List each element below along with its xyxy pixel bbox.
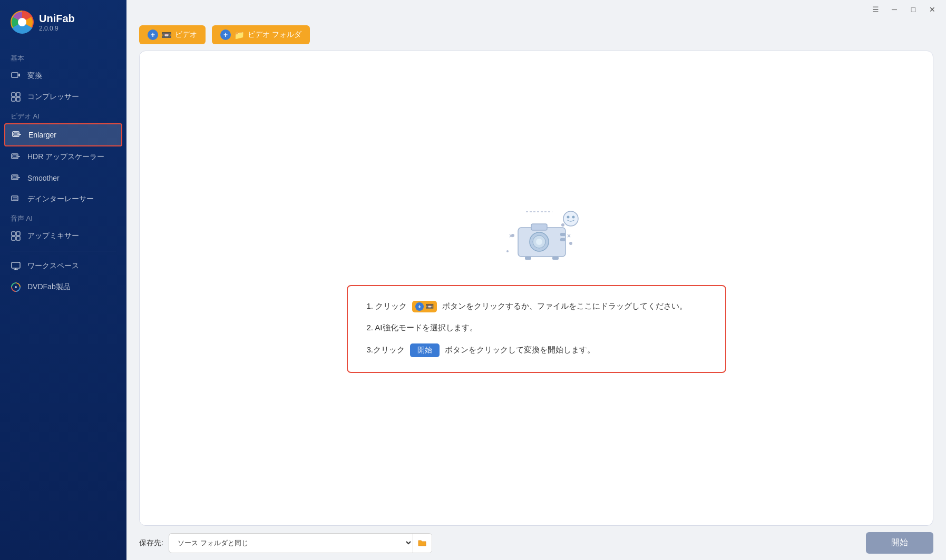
deinterlacer-icon — [11, 194, 21, 204]
svg-rect-12 — [13, 155, 17, 158]
sidebar-divider — [11, 251, 116, 251]
illustration: × × — [479, 204, 594, 272]
start-badge: 開始 — [410, 343, 440, 357]
svg-rect-39 — [560, 233, 565, 236]
sidebar-item-smoother[interactable]: Smoother — [0, 168, 126, 189]
svg-text:×: × — [567, 232, 571, 240]
convert-icon — [11, 71, 21, 81]
mini-add-button: + 📼 — [412, 301, 437, 312]
section-voiceai-label: 音声 AI — [0, 210, 126, 225]
smoother-icon — [11, 173, 21, 183]
svg-rect-38 — [531, 224, 547, 230]
sidebar-item-convert[interactable]: 変換 — [0, 65, 126, 86]
add-video-label: ビデオ — [175, 30, 197, 40]
sidebar-item-upmixer[interactable]: アップミキサー — [0, 225, 126, 247]
svg-point-44 — [567, 215, 569, 218]
compressor-icon — [11, 92, 21, 102]
main-content: + 📼 ビデオ + 📁 ビデオ フォルダ — [126, 0, 946, 560]
sidebar-item-label-enlarger: Enlarger — [28, 131, 56, 139]
add-video-plus-icon: + — [148, 30, 158, 40]
svg-point-1 — [18, 18, 26, 26]
drop-area[interactable]: × × 1. クリック + 📼 ボタンをクリックするか、ファイルをここにドラッグ… — [139, 51, 933, 526]
sidebar-item-workspace[interactable]: ワークスペース — [0, 256, 126, 277]
sidebar-item-label-compressor: コンプレッサー — [27, 92, 79, 102]
sidebar-item-compressor[interactable]: コンプレッサー — [0, 86, 126, 107]
step3-prefix: 3.クリック — [367, 345, 405, 355]
instruction-step2: 2. AI強化モードを選択します。 — [367, 323, 706, 333]
close-button[interactable]: ✕ — [925, 2, 940, 17]
mini-tape-icon: 📼 — [425, 302, 434, 310]
svg-rect-22 — [12, 237, 15, 240]
instruction-step3: 3.クリック 開始 ボタンをクリックして変換を開始します。 — [367, 343, 706, 357]
workspace-icon — [11, 261, 21, 271]
app-version: 2.0.0.9 — [39, 25, 75, 32]
svg-point-37 — [536, 239, 542, 245]
app-logo: UniFab 2.0.0.9 — [0, 11, 126, 50]
svg-rect-17 — [12, 196, 18, 201]
svg-rect-21 — [16, 232, 20, 235]
save-label: 保存先: — [139, 538, 163, 548]
app-name: UniFab — [39, 13, 75, 25]
save-path-selector[interactable]: ソース フォルダと同じ — [169, 533, 432, 553]
svg-text:×: × — [509, 232, 513, 240]
svg-rect-9 — [14, 133, 18, 135]
svg-point-43 — [563, 211, 578, 226]
svg-rect-23 — [16, 237, 20, 240]
menu-button[interactable]: ☰ — [868, 2, 883, 17]
svg-point-45 — [572, 215, 574, 218]
svg-point-32 — [569, 242, 572, 245]
dvdfab-icon — [11, 282, 21, 292]
svg-rect-6 — [12, 97, 15, 101]
svg-rect-2 — [12, 73, 18, 77]
bottom-bar: 保存先: ソース フォルダと同じ 開始 — [126, 526, 946, 560]
sidebar-item-hdr[interactable]: HDR アップスケーラー — [0, 146, 126, 168]
app-name-version: UniFab 2.0.0.9 — [39, 13, 75, 32]
sidebar-item-label-hdr: HDR アップスケーラー — [27, 152, 104, 162]
sidebar: UniFab 2.0.0.9 基本 変換 コンプレッサー ビデオ AI — [0, 0, 126, 560]
minimize-button[interactable]: ─ — [887, 2, 902, 17]
start-button[interactable]: 開始 — [866, 532, 933, 554]
step1-suffix: ボタンをクリックするか、ファイルをここにドラッグしてください。 — [442, 301, 687, 311]
add-folder-plus-icon: + — [220, 30, 231, 40]
svg-rect-42 — [552, 257, 559, 260]
sidebar-item-label-smoother: Smoother — [27, 174, 60, 182]
logo-icon — [11, 11, 34, 34]
browse-folder-button[interactable] — [413, 534, 432, 553]
sidebar-item-label-dvdfab: DVDFab製品 — [27, 282, 71, 292]
instructions-box: 1. クリック + 📼 ボタンをクリックするか、ファイルをここにドラッグしてくだ… — [347, 285, 726, 373]
add-folder-button[interactable]: + 📁 ビデオ フォルダ — [212, 25, 310, 44]
svg-point-28 — [15, 286, 17, 288]
upmixer-icon — [11, 231, 21, 241]
svg-rect-7 — [16, 97, 20, 101]
add-folder-label: ビデオ フォルダ — [248, 30, 301, 40]
sidebar-item-enlarger[interactable]: Enlarger — [4, 123, 122, 146]
svg-rect-24 — [12, 262, 20, 268]
svg-rect-20 — [12, 232, 15, 235]
add-video-button[interactable]: + 📼 ビデオ — [139, 25, 206, 44]
step1-prefix: 1. クリック — [367, 301, 407, 311]
maximize-button[interactable]: □ — [906, 2, 921, 17]
enlarger-icon — [12, 130, 22, 140]
svg-rect-5 — [16, 93, 20, 96]
mini-plus-icon: + — [415, 302, 424, 311]
svg-point-31 — [561, 223, 564, 227]
folder-icon: 📁 — [234, 30, 245, 40]
sidebar-item-label-upmixer: アップミキサー — [27, 231, 79, 241]
video-tape-icon: 📼 — [161, 30, 172, 40]
titlebar: ☰ ─ □ ✕ — [126, 0, 946, 19]
sidebar-item-label-deinterlacer: デインターレーサー — [27, 194, 94, 204]
instruction-step1: 1. クリック + 📼 ボタンをクリックするか、ファイルをここにドラッグしてくだ… — [367, 301, 706, 312]
sidebar-item-dvdfab[interactable]: DVDFab製品 — [0, 277, 126, 298]
hdr-icon — [11, 152, 21, 162]
svg-point-33 — [506, 250, 509, 252]
svg-rect-15 — [13, 176, 17, 179]
sidebar-item-deinterlacer[interactable]: デインターレーサー — [0, 189, 126, 210]
save-path-select[interactable]: ソース フォルダと同じ — [169, 534, 413, 552]
svg-rect-40 — [560, 238, 565, 241]
sidebar-item-label-convert: 変換 — [27, 71, 42, 81]
sidebar-item-label-workspace: ワークスペース — [27, 261, 79, 271]
step3-suffix: ボタンをクリックして変換を開始します。 — [445, 345, 595, 355]
step2-text: 2. AI強化モードを選択します。 — [367, 323, 477, 333]
section-basic-label: 基本 — [0, 50, 126, 65]
svg-rect-41 — [525, 257, 531, 260]
